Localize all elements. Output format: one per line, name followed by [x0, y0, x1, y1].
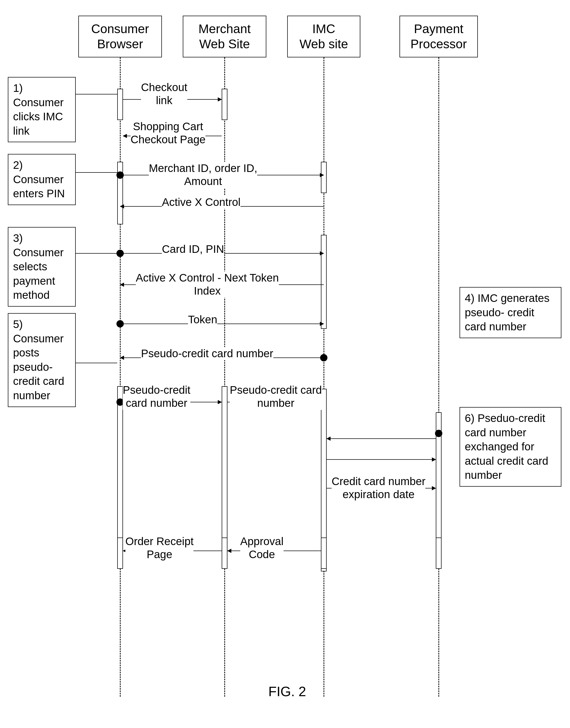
note-3-consumer-payment: 3) Consumer selects payment method — [8, 227, 76, 306]
lifeline-merchant — [224, 57, 225, 697]
label-pseudo-credit-1: Pseudo-credit card number — [141, 347, 273, 360]
label-card-id-pin: Card ID, PIN — [162, 243, 224, 256]
label-activex2: Active X Control - Next TokenIndex — [136, 271, 279, 298]
activation-imc-bottom — [321, 538, 327, 569]
participant-consumer: Consumer Browser — [78, 16, 162, 57]
activation-imc-2 — [321, 235, 327, 329]
activation-consumer-1 — [117, 89, 123, 120]
arrow-exchange-right — [327, 459, 436, 460]
label-cc-expiration: Credit card numberexpiration date — [332, 475, 425, 501]
circle-exchange — [435, 430, 442, 437]
note-1-consumer-clicks: 1) Consumer clicks IMC link — [8, 77, 76, 142]
label-merchant-id: Merchant ID, order ID,Amount — [149, 162, 257, 188]
activation-consumer-bottom — [117, 538, 123, 569]
note2-connector — [76, 172, 117, 173]
lifeline-consumer — [120, 57, 120, 697]
label-order-receipt: Order ReceiptPage — [125, 535, 194, 561]
note-4-imc-generates: 4) IMC generates pseudo- credit card num… — [460, 287, 561, 338]
label-pseudo-credit-2a: Pseudo-creditcard number — [123, 384, 190, 410]
circle-msg8 — [320, 354, 327, 361]
label-checkout-link: Checkoutlink — [141, 81, 187, 107]
note3-connector — [76, 253, 117, 254]
participant-merchant: Merchant Web Site — [183, 16, 266, 57]
lifeline-imc — [323, 57, 324, 697]
activation-payment-bottom — [436, 538, 442, 569]
label-token: Token — [188, 313, 217, 326]
note-5-consumer-posts: 5) Consumer posts pseudo- credit card nu… — [8, 313, 76, 407]
activation-imc-1 — [321, 162, 327, 193]
participant-payment: Payment Processor — [399, 16, 478, 57]
note-6-pseudo-exchange: 6) Pseduo-credit card number exchanged f… — [460, 407, 561, 487]
label-pseudo-credit-2b: Pseudo-credit cardnumber — [230, 384, 322, 410]
participant-imc: IMC Web site — [287, 16, 360, 57]
figure-label: FIG. 2 — [209, 684, 365, 699]
activation-consumer-2 — [117, 162, 123, 224]
activation-consumer-3 — [117, 386, 123, 564]
sequence-diagram: Consumer Browser Merchant Web Site IMC W… — [0, 0, 570, 728]
note5-connector — [76, 363, 117, 363]
activation-merchant-bottom — [222, 538, 227, 569]
arrow-token — [120, 323, 324, 324]
arrow-exchange-left — [327, 438, 436, 439]
lifeline-payment — [439, 57, 439, 697]
note1-connector — [76, 94, 117, 94]
note-2-consumer-pin: 2) Consumer enters PIN — [8, 154, 76, 205]
activation-merchant-1 — [222, 89, 227, 120]
label-shopping-cart: Shopping CartCheckout Page — [130, 120, 206, 146]
label-activex1: Active X Control — [162, 196, 241, 209]
label-approval: ApprovalCode — [240, 535, 284, 561]
